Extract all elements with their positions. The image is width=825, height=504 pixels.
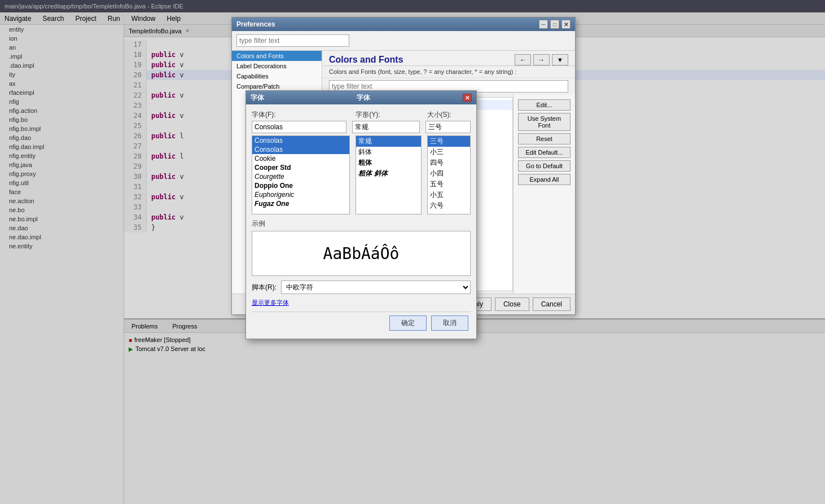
preferences-titlebar-buttons: ─ □ ✕ bbox=[539, 20, 571, 29]
font-inputs-row bbox=[252, 121, 471, 133]
pref-use-system-font-button[interactable]: Use System Font bbox=[518, 113, 571, 131]
font-size-item-1[interactable]: 小三 bbox=[428, 147, 471, 157]
preferences-title: Preferences bbox=[236, 20, 275, 28]
font-ok-button[interactable]: 确定 bbox=[389, 315, 427, 331]
preferences-maximize-button[interactable]: □ bbox=[550, 20, 559, 29]
font-name-item-0[interactable]: Consolas bbox=[252, 136, 349, 145]
font-preview-label: 示例 bbox=[252, 219, 471, 229]
font-style-item-0[interactable]: 常规 bbox=[356, 136, 420, 147]
pref-cancel-button[interactable]: Cancel bbox=[533, 297, 571, 311]
font-size-label: 大小(S): bbox=[427, 110, 471, 120]
pref-item-label-decorations[interactable]: Label Decorations bbox=[232, 61, 322, 71]
font-preview-section: 示例 AaBbÁáÔô bbox=[252, 219, 471, 276]
pref-right-title: Colors and Fonts bbox=[329, 55, 403, 65]
font-dialog-title-center: 字体 bbox=[264, 93, 463, 103]
font-size-item-3[interactable]: 小四 bbox=[428, 168, 471, 179]
font-size-item-4[interactable]: 五号 bbox=[428, 179, 471, 190]
font-preview-box: AaBbÁáÔô bbox=[252, 231, 471, 276]
font-column-labels: 字体(F): 字形(Y): 大小(S): bbox=[252, 110, 471, 120]
pref-item-colors-fonts[interactable]: Colors and Fonts bbox=[232, 51, 322, 61]
font-dialog-body: 字体(F): 字形(Y): 大小(S): Consolas Consolas C… bbox=[246, 104, 476, 339]
pref-close-button[interactable]: Close bbox=[495, 297, 529, 311]
preferences-close-button[interactable]: ✕ bbox=[561, 20, 571, 29]
preferences-titlebar: Preferences ─ □ ✕ bbox=[232, 17, 575, 31]
pref-nav-buttons: ← → ▼ bbox=[515, 54, 568, 65]
font-style-label: 字形(Y): bbox=[356, 110, 421, 120]
font-cancel-button[interactable]: 取消 bbox=[431, 315, 468, 331]
font-name-item-6[interactable]: Fugaz One bbox=[252, 199, 349, 208]
font-size-item-5[interactable]: 小五 bbox=[428, 190, 471, 200]
pref-item-capabilities[interactable]: Capabilities bbox=[232, 71, 322, 81]
preferences-search-row bbox=[232, 31, 575, 51]
pref-go-to-default-button[interactable]: Go to Default bbox=[518, 160, 571, 172]
preferences-minimize-button[interactable]: ─ bbox=[539, 20, 548, 29]
pref-reset-button[interactable]: Reset bbox=[518, 133, 571, 144]
font-style-item-2[interactable]: 粗体 bbox=[356, 157, 420, 168]
pref-right-description: Colors and Fonts (font, size, type, ? = … bbox=[322, 66, 575, 78]
pref-expand-all-button[interactable]: Expand All bbox=[518, 174, 571, 185]
font-dialog-footer: 确定 取消 bbox=[252, 312, 471, 333]
font-dialog: 字体 字体 ✕ 字体(F): 字形(Y): 大小(S): Consolas Co… bbox=[245, 90, 477, 339]
font-size-item-6[interactable]: 六号 bbox=[428, 200, 471, 211]
font-size-input[interactable] bbox=[425, 121, 471, 133]
pref-nav-back-button[interactable]: ← bbox=[515, 54, 531, 65]
font-name-item-2[interactable]: Cooper Std bbox=[252, 163, 349, 172]
font-style-item-1[interactable]: 斜体 bbox=[356, 147, 420, 157]
font-name-item-3[interactable]: Courgette bbox=[252, 172, 349, 181]
font-name-item-4[interactable]: Doppio One bbox=[252, 181, 349, 190]
font-script-label: 脚本(R): bbox=[252, 283, 277, 292]
pref-nav-forward-button[interactable]: → bbox=[533, 54, 550, 65]
font-name-item-5[interactable]: Euphorigenic bbox=[252, 190, 349, 199]
font-size-item-0[interactable]: 三号 bbox=[428, 136, 471, 147]
font-preview-text: AaBbÁáÔô bbox=[323, 244, 400, 263]
pref-edit-default-button[interactable]: Edit Default... bbox=[518, 147, 571, 158]
font-name-input[interactable] bbox=[252, 121, 346, 133]
pref-edit-button[interactable]: Edit... bbox=[518, 99, 571, 111]
font-style-list[interactable]: 常规 斜体 粗体 粗体 斜体 bbox=[356, 135, 421, 214]
font-dialog-titlebar: 字体 字体 ✕ bbox=[246, 91, 476, 104]
font-style-item-3[interactable]: 粗体 斜体 bbox=[356, 168, 420, 179]
font-size-item-2[interactable]: 四号 bbox=[428, 157, 471, 168]
font-name-label: 字体(F): bbox=[252, 110, 350, 120]
font-script-row: 脚本(R): 中欧字符 bbox=[252, 281, 471, 294]
pref-action-buttons: Edit... Use System Font Reset Edit Defau… bbox=[513, 95, 575, 293]
font-style-input[interactable] bbox=[352, 121, 420, 133]
font-name-item-0-selected[interactable]: Consolas bbox=[252, 145, 349, 154]
font-dialog-close-button[interactable]: ✕ bbox=[463, 94, 472, 102]
font-more-link[interactable]: 显示更多字体 bbox=[252, 299, 471, 307]
font-name-item-1[interactable]: Cookie bbox=[252, 154, 349, 163]
font-size-list[interactable]: 三号 小三 四号 小四 五号 小五 六号 bbox=[427, 135, 471, 214]
pref-nav-menu-button[interactable]: ▼ bbox=[552, 54, 568, 65]
font-name-list[interactable]: Consolas Consolas Cookie Cooper Std Cour… bbox=[252, 135, 350, 214]
preferences-filter-input[interactable] bbox=[236, 34, 349, 47]
font-dialog-title: 字体 bbox=[251, 93, 264, 103]
font-script-select[interactable]: 中欧字符 bbox=[281, 281, 471, 294]
font-lists-row: Consolas Consolas Cookie Cooper Std Cour… bbox=[252, 135, 471, 214]
